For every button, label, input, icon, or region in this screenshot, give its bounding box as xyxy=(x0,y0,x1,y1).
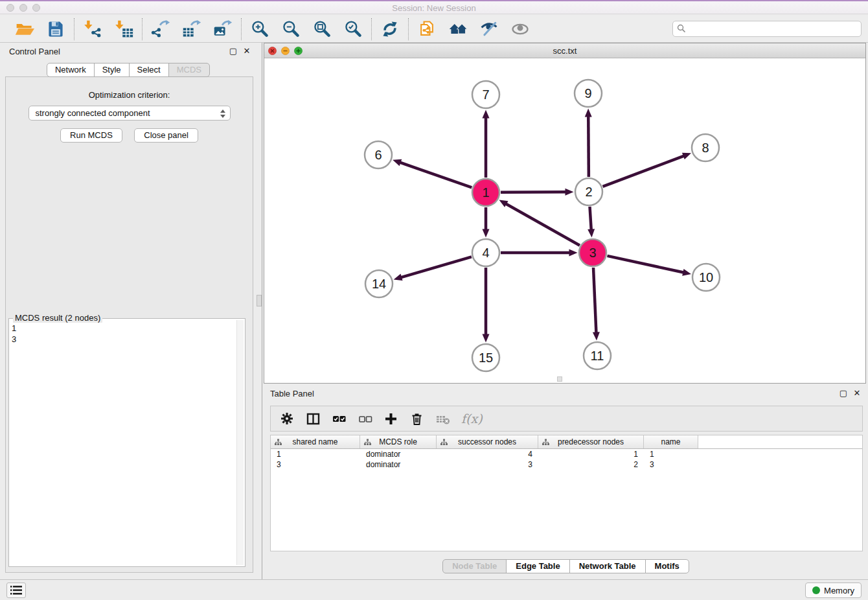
select-all-columns-button[interactable] xyxy=(332,411,347,426)
mcds-result-scrollbar[interactable] xyxy=(236,320,244,565)
graph-edge-4-3[interactable] xyxy=(501,249,578,257)
tab-motifs[interactable]: Motifs xyxy=(645,559,689,573)
table-cell[interactable]: 3 xyxy=(271,459,360,470)
tab-node-table[interactable]: Node Table xyxy=(442,559,507,573)
table-cell[interactable]: 2 xyxy=(538,459,644,470)
graph-edge-2-3[interactable] xyxy=(588,207,595,238)
column-header-name[interactable]: name xyxy=(644,435,698,448)
graph-edge-1-7[interactable] xyxy=(483,110,490,178)
table-cell[interactable]: 4 xyxy=(437,449,538,459)
table-cell[interactable]: 1 xyxy=(538,449,644,459)
open-session-icon xyxy=(15,19,34,39)
table-cell[interactable]: dominator xyxy=(360,449,437,459)
list-icon xyxy=(10,584,23,596)
tab-style[interactable]: Style xyxy=(94,63,130,77)
close-panel-icon[interactable]: ✕ xyxy=(242,46,251,56)
table-cell[interactable]: 3 xyxy=(437,459,538,470)
save-session-button[interactable] xyxy=(44,18,67,40)
graph-edge-2-9[interactable] xyxy=(585,108,592,177)
import-table-button[interactable] xyxy=(112,18,135,40)
vertical-splitter[interactable] xyxy=(262,43,262,579)
network-window-titlebar[interactable]: scc.txt xyxy=(264,43,865,58)
tab-edge-table[interactable]: Edge Table xyxy=(506,559,569,573)
table-panel: Table Panel ▢ ✕ f(x) shared nameMCDS rol… xyxy=(264,385,868,579)
tab-select[interactable]: Select xyxy=(129,63,169,77)
refresh-layout-button[interactable] xyxy=(378,18,402,40)
column-header-predecessor-nodes[interactable]: predecessor nodes xyxy=(538,435,644,448)
close-panel-button[interactable]: Close panel xyxy=(134,128,198,143)
zoom-fit-icon xyxy=(312,19,332,39)
column-header-shared-name[interactable]: shared name xyxy=(271,435,360,448)
add-column-button[interactable] xyxy=(383,411,398,426)
network-canvas[interactable]: 7968124314101511 xyxy=(264,58,865,383)
export-table-button[interactable] xyxy=(180,18,203,40)
table-cell[interactable]: dominator xyxy=(360,459,437,470)
table-float-panel-icon[interactable]: ▢ xyxy=(839,388,848,398)
splitter-handle[interactable] xyxy=(257,295,262,306)
memory-button[interactable]: Memory xyxy=(805,583,862,598)
zoom-out-button[interactable] xyxy=(279,18,303,40)
task-history-button[interactable] xyxy=(6,583,26,598)
sort-hierarchy-icon xyxy=(275,439,282,446)
delete-column-button[interactable] xyxy=(409,411,424,426)
graph-node-1[interactable]: 1 xyxy=(472,179,499,206)
graph-node-10[interactable]: 10 xyxy=(692,264,720,291)
graph-node-4[interactable]: 4 xyxy=(472,239,499,266)
run-mcds-button[interactable]: Run MCDS xyxy=(60,128,122,143)
home-button[interactable] xyxy=(446,18,470,40)
graph-node-15[interactable]: 15 xyxy=(472,344,499,371)
graph-node-9[interactable]: 9 xyxy=(575,80,602,107)
column-header-mcds-role[interactable]: MCDS role xyxy=(360,435,437,448)
graph-node-2[interactable]: 2 xyxy=(575,178,602,205)
graph-edge-4-15[interactable] xyxy=(483,268,490,343)
control-panel-content: Optimization criterion: strongly connect… xyxy=(5,76,253,573)
import-table-icon xyxy=(114,19,133,39)
table-close-panel-icon[interactable]: ✕ xyxy=(852,388,862,398)
table-row[interactable]: 3dominator323 xyxy=(271,459,862,470)
table-row[interactable]: 1dominator411 xyxy=(271,449,862,459)
import-network-button[interactable] xyxy=(81,18,104,40)
split-view-button[interactable] xyxy=(306,411,321,426)
criterion-select[interactable]: strongly connected component xyxy=(29,106,231,121)
graph-edge-3-11[interactable] xyxy=(593,268,600,341)
canvas-resize-handle[interactable] xyxy=(557,376,562,382)
table-cell[interactable]: 3 xyxy=(644,459,698,470)
graph-edge-3-10[interactable] xyxy=(607,256,691,276)
table-cell[interactable]: 1 xyxy=(271,449,360,459)
clone-network-button[interactable] xyxy=(415,18,439,40)
graph-edge-4-14[interactable] xyxy=(394,257,472,281)
graph-node-7[interactable]: 7 xyxy=(472,81,499,108)
zoom-fit-button[interactable] xyxy=(310,18,334,40)
control-panel-header: Control Panel ▢ ✕ xyxy=(0,43,257,61)
clone-network-icon xyxy=(417,19,437,39)
column-header-successor-nodes[interactable]: successor nodes xyxy=(437,435,538,448)
tab-network[interactable]: Network xyxy=(47,63,95,77)
show-hide-button[interactable] xyxy=(508,18,532,40)
visual-properties-button[interactable] xyxy=(477,18,501,40)
settings-button[interactable] xyxy=(280,411,295,426)
graph-node-8[interactable]: 8 xyxy=(692,134,719,161)
graph-edge-1-2[interactable] xyxy=(501,189,574,196)
mcds-result-text[interactable]: 13 xyxy=(12,323,234,564)
home-icon xyxy=(448,19,468,39)
graph-node-14[interactable]: 14 xyxy=(365,270,393,297)
tab-network-table[interactable]: Network Table xyxy=(569,559,646,573)
export-network-button[interactable] xyxy=(149,18,172,40)
zoom-in-button[interactable] xyxy=(248,18,271,40)
titlebar: Session: New Session xyxy=(0,0,868,14)
graph-edge-2-8[interactable] xyxy=(603,153,692,187)
graph-node-11[interactable]: 11 xyxy=(584,342,611,369)
graph-edge-3-1[interactable] xyxy=(499,200,579,246)
float-panel-icon[interactable]: ▢ xyxy=(229,46,238,56)
table-cell[interactable]: 1 xyxy=(644,449,698,459)
graph-node-6[interactable]: 6 xyxy=(365,141,392,168)
graph-edge-1-6[interactable] xyxy=(393,159,472,188)
search-input[interactable] xyxy=(672,21,862,37)
unselect-all-columns-button[interactable] xyxy=(358,411,372,426)
zoom-selected-button[interactable] xyxy=(341,18,365,40)
graph-node-3[interactable]: 3 xyxy=(579,239,606,266)
export-image-button[interactable] xyxy=(211,18,234,40)
open-session-button[interactable] xyxy=(13,18,36,40)
tab-mcds[interactable]: MCDS xyxy=(168,63,210,77)
graph-edge-1-4[interactable] xyxy=(483,207,490,238)
